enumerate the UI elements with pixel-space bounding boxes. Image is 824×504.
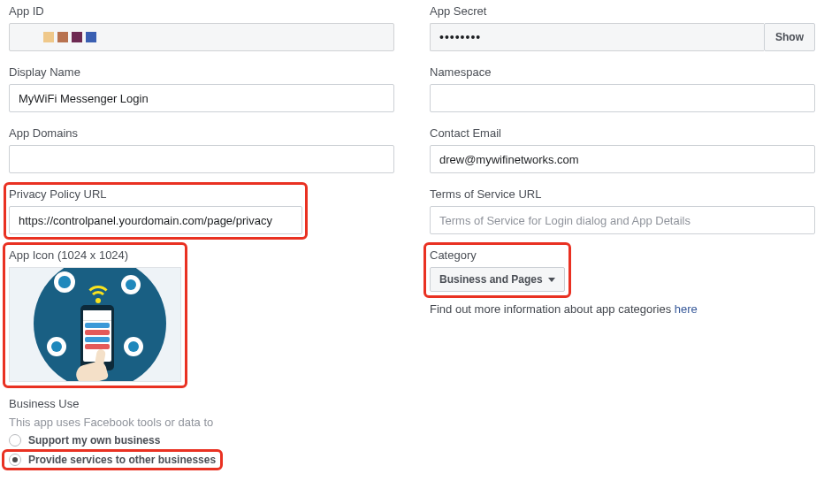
person-icon <box>54 271 75 293</box>
radio-own-business[interactable]: Support my own business <box>9 434 394 447</box>
category-selected: Business and Pages <box>439 273 543 286</box>
contact-email-label: Contact Email <box>430 126 815 140</box>
app-secret-label: App Secret <box>430 4 815 18</box>
person-icon <box>47 337 66 356</box>
category-dropdown[interactable]: Business and Pages <box>430 267 565 292</box>
hand-icon <box>76 355 116 382</box>
radio-icon <box>9 434 21 447</box>
tos-url-label: Terms of Service URL <box>430 187 815 201</box>
display-name-label: Display Name <box>9 65 394 79</box>
category-label: Category <box>430 248 565 262</box>
app-id-redacted-icon <box>19 32 96 42</box>
app-id-field <box>9 23 394 51</box>
business-use-subtext: This app uses Facebook tools or data to <box>9 416 394 429</box>
privacy-url-input[interactable] <box>9 206 302 234</box>
caret-down-icon <box>548 278 555 282</box>
radio-provide-services[interactable]: Provide services to other businesses <box>9 454 216 466</box>
contact-email-input[interactable] <box>430 145 815 173</box>
namespace-label: Namespace <box>430 65 815 79</box>
app-secret-field: •••••••• <box>430 23 764 51</box>
radio-services-label: Provide services to other businesses <box>28 454 216 466</box>
person-icon <box>124 337 143 356</box>
app-domains-label: App Domains <box>9 126 394 140</box>
show-secret-button[interactable]: Show <box>764 23 815 51</box>
tos-url-input[interactable] <box>430 206 815 234</box>
category-info-text: Find out more information about app cate… <box>430 302 815 316</box>
display-name-input[interactable] <box>9 84 394 112</box>
app-id-label: App ID <box>9 4 394 18</box>
app-domains-input[interactable] <box>9 145 394 173</box>
app-icon-label: App Icon (1024 x 1024) <box>9 248 181 262</box>
radio-own-label: Support my own business <box>28 434 160 447</box>
privacy-url-label: Privacy Policy URL <box>9 187 302 201</box>
business-use-label: Business Use <box>9 397 394 410</box>
wifi-icon <box>85 286 111 305</box>
person-icon <box>121 275 141 294</box>
category-info-link[interactable]: here <box>675 302 698 316</box>
radio-checked-icon <box>9 454 21 466</box>
namespace-input[interactable] <box>430 84 815 112</box>
app-icon-preview[interactable] <box>9 267 181 382</box>
